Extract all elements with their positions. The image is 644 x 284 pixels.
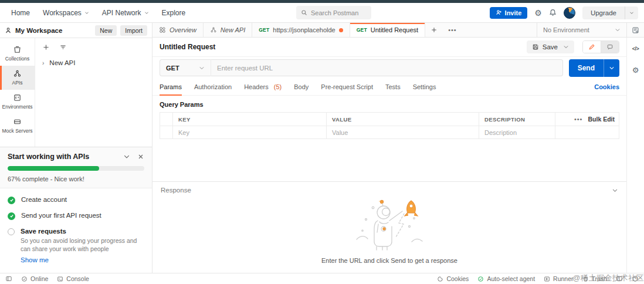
help-button[interactable] — [632, 275, 639, 282]
send-options-chevron[interactable] — [604, 59, 619, 77]
code-snippet-icon[interactable]: </> — [632, 46, 639, 52]
request-tabs-bar: Overview New API GET https://jsonplaceho… — [152, 23, 644, 38]
url-input[interactable] — [211, 59, 563, 76]
collapse-chevron-icon[interactable] — [612, 187, 618, 194]
tab-overview[interactable]: Overview — [152, 23, 204, 37]
cookies-button[interactable]: Cookies — [437, 275, 469, 282]
tab-settings[interactable]: Settings — [413, 79, 436, 95]
workspace-title[interactable]: My Workspace — [15, 27, 62, 34]
upgrade-chevron[interactable] — [625, 6, 638, 19]
tab-tests[interactable]: Tests — [385, 79, 401, 95]
split-pane-icon — [616, 275, 623, 282]
show-me-link[interactable]: Show me — [21, 256, 138, 263]
close-icon[interactable] — [137, 153, 144, 160]
tab-jsonplaceholder[interactable]: GET https://jsonplaceholde — [252, 23, 350, 37]
sidebar-toggle-icon — [5, 275, 12, 282]
tab-label: New API — [221, 26, 245, 33]
bulk-edit-button[interactable]: Bulk Edit — [588, 116, 615, 123]
nav-workspaces[interactable]: Workspaces — [36, 9, 96, 17]
user-avatar[interactable] — [564, 7, 575, 19]
checklist-item-save-requests[interactable]: Save requests So you can avoid losing yo… — [8, 224, 144, 267]
column-header-value: VALUE — [327, 113, 479, 126]
edit-button[interactable] — [583, 41, 601, 53]
search-input[interactable] — [311, 9, 364, 16]
nav-explore[interactable]: Explore — [155, 9, 192, 17]
global-search[interactable] — [296, 6, 371, 19]
online-status[interactable]: Online — [21, 275, 48, 282]
comment-button[interactable] — [601, 41, 619, 53]
collapse-caret-icon[interactable]: › — [42, 60, 44, 66]
collapse-chevron-icon[interactable] — [123, 153, 130, 160]
tree-actions — [35, 42, 152, 56]
tab-label: Settings — [413, 83, 436, 90]
tab-headers[interactable]: Headers (5) — [244, 79, 282, 95]
response-empty-state: Enter the URL and click Send to get a re… — [152, 195, 626, 273]
upgrade-button[interactable]: Upgrade — [582, 6, 638, 19]
query-params-title: Query Params — [152, 96, 626, 112]
tree-item-new-api[interactable]: › New API — [35, 56, 152, 70]
add-icon[interactable] — [42, 43, 50, 51]
online-check-icon — [21, 276, 28, 282]
main-body: Untitled Request Save — [152, 38, 644, 273]
environment-quick-look-button[interactable] — [626, 23, 644, 37]
new-tab-button[interactable] — [425, 23, 443, 37]
tab-params[interactable]: Params — [160, 79, 182, 95]
console-button[interactable]: Console — [57, 275, 89, 282]
environment-selector[interactable]: No Environment — [537, 23, 626, 37]
runner-button[interactable]: Runner — [544, 275, 573, 282]
send-button[interactable]: Send — [569, 59, 619, 77]
new-button[interactable]: New — [95, 25, 117, 36]
filter-icon[interactable] — [59, 43, 67, 51]
table-options-icon[interactable]: ••• — [574, 116, 583, 123]
row-handle-cell[interactable] — [160, 126, 173, 138]
notifications-bell-icon[interactable] — [549, 9, 557, 16]
chevron-down-icon — [563, 44, 569, 50]
trash-button[interactable]: Trash — [582, 275, 607, 282]
tab-untitled-request[interactable]: GET Untitled Request — [350, 23, 425, 37]
sidebar-item-environments[interactable]: Environments — [0, 90, 35, 114]
invite-button[interactable]: Invite — [490, 7, 528, 19]
settings-gear-icon[interactable]: ⚙ — [534, 8, 542, 18]
cookie-icon — [437, 276, 443, 282]
save-button[interactable]: Save — [527, 40, 574, 53]
cookies-link[interactable]: Cookies — [594, 83, 619, 90]
tab-label: Headers — [244, 83, 269, 90]
value-input[interactable]: Value — [327, 126, 479, 138]
checklist-item-first-request[interactable]: Send your first API request — [8, 208, 144, 224]
comment-icon — [606, 43, 614, 50]
onboarding-title: Start working with APIs — [8, 153, 89, 161]
sidebar-item-label: APIs — [12, 80, 23, 86]
method-selector[interactable]: GET — [160, 59, 211, 76]
response-section: Response — [152, 181, 626, 273]
request-title[interactable]: Untitled Request — [160, 43, 215, 51]
import-button[interactable]: Import — [120, 25, 147, 36]
tab-label: Overview — [170, 26, 196, 33]
top-navigation: Home Workspaces API Network Explore Invi… — [0, 3, 644, 23]
right-rail: </> ⚙ — [626, 38, 644, 273]
wrench-settings-icon[interactable]: ⚙ — [632, 66, 639, 75]
sidebar-item-mock-servers[interactable]: Mock Servers — [0, 114, 35, 138]
invite-label: Invite — [505, 9, 522, 16]
description-input[interactable]: Description — [479, 126, 555, 138]
collections-icon — [13, 45, 22, 54]
key-input[interactable]: Key — [173, 126, 327, 138]
two-pane-view-button[interactable] — [616, 275, 623, 282]
tab-body[interactable]: Body — [294, 79, 309, 95]
nav-api-network[interactable]: API Network — [96, 9, 155, 17]
workspace-header: My Workspace New Import — [0, 23, 152, 38]
tab-pre-request-script[interactable]: Pre-request Script — [321, 79, 373, 95]
tab-authorization[interactable]: Authorization — [194, 79, 232, 95]
auto-select-agent[interactable]: Auto-select agent — [477, 275, 535, 282]
table-header-row: KEY VALUE DESCRIPTION ••• Bulk Edit — [160, 113, 619, 126]
request-editor: Untitled Request Save — [152, 38, 626, 273]
checklist-item-create-account[interactable]: Create account — [8, 192, 144, 208]
check-circle-icon — [8, 197, 15, 204]
sidebar-item-apis[interactable]: APIs — [0, 66, 35, 90]
sidebar-rail: Collections APIs Environments Mock Serve… — [0, 38, 35, 163]
sidebar-item-collections[interactable]: Collections — [0, 42, 35, 66]
nav-home[interactable]: Home — [5, 9, 36, 17]
tab-label: Tests — [385, 83, 401, 90]
tab-options-button[interactable]: ••• — [443, 23, 462, 37]
sidebar-toggle-button[interactable] — [5, 275, 12, 282]
tab-new-api[interactable]: New API — [204, 23, 252, 37]
